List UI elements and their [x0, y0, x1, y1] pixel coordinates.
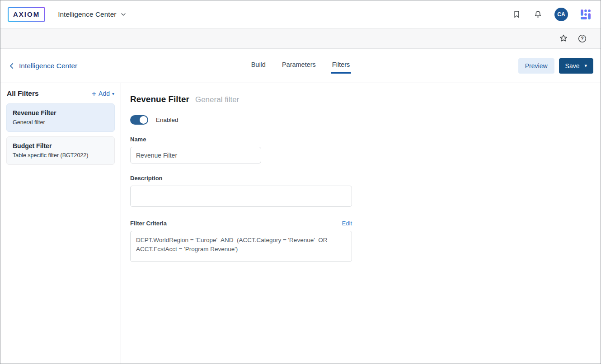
back-link[interactable]: Intelligence Center — [8, 62, 77, 70]
apps-grid-button[interactable] — [580, 9, 592, 20]
enabled-toggle-row: Enabled — [130, 115, 587, 125]
sidebar-header: All Filters + Add ▾ — [6, 89, 115, 98]
user-avatar[interactable]: CA — [554, 8, 568, 21]
tab-filters[interactable]: Filters — [331, 59, 351, 74]
svg-text:?: ? — [581, 36, 583, 41]
notifications-button[interactable] — [533, 9, 543, 19]
header-actions: Preview Save ▾ — [518, 58, 593, 74]
filter-detail-panel: Revenue Filter General filter Enabled Na… — [121, 83, 601, 364]
criteria-header: Filter Criteria Edit — [130, 220, 352, 227]
add-filter-button[interactable]: + Add ▾ — [92, 90, 114, 98]
help-button[interactable]: ? — [578, 34, 587, 43]
topbar-divider — [138, 7, 138, 22]
page-subtitle: General filter — [195, 95, 239, 104]
page-title: Revenue Filter — [130, 94, 189, 104]
utility-bar: ? — [0, 28, 601, 49]
apps-grid-icon — [580, 9, 592, 20]
name-field-group: Name — [130, 136, 587, 163]
list-item-revenue-filter[interactable]: Revenue Filter General filter — [6, 103, 115, 132]
edit-criteria-link[interactable]: Edit — [342, 220, 352, 227]
enabled-label: Enabled — [156, 117, 178, 123]
name-input[interactable] — [130, 147, 261, 163]
tab-build[interactable]: Build — [250, 59, 267, 74]
name-label: Name — [130, 136, 587, 143]
axiom-logo-text: AXIOM — [13, 10, 40, 18]
bookmark-icon — [512, 9, 521, 19]
back-link-label: Intelligence Center — [19, 62, 77, 70]
star-icon — [559, 33, 568, 43]
filter-card-title: Revenue Filter — [13, 109, 108, 117]
caret-down-icon: ▾ — [112, 91, 114, 96]
chevron-down-icon — [120, 11, 127, 18]
help-icon: ? — [578, 34, 587, 43]
filters-sidebar: All Filters + Add ▾ Revenue Filter Gener… — [0, 83, 121, 364]
product-name: Intelligence Center — [58, 10, 116, 19]
enabled-toggle[interactable] — [130, 115, 148, 125]
topbar-actions: CA — [512, 8, 592, 21]
filter-card-subtitle: General filter — [13, 119, 108, 126]
sidebar-title: All Filters — [7, 89, 39, 98]
bell-icon — [533, 9, 543, 19]
page-header: Intelligence Center Build Parameters Fil… — [0, 49, 601, 83]
filter-card-subtitle: Table specific filter (BGT2022) — [13, 152, 108, 159]
tab-bar: Build Parameters Filters — [250, 59, 351, 74]
caret-down-icon: ▾ — [584, 63, 587, 68]
axiom-logo-inner: AXIOM — [9, 8, 44, 21]
tab-parameters[interactable]: Parameters — [281, 59, 317, 74]
description-label: Description — [130, 175, 587, 182]
preview-button[interactable]: Preview — [518, 58, 554, 74]
axiom-logo[interactable]: AXIOM — [8, 7, 45, 22]
plus-icon: + — [92, 90, 96, 98]
app-window: AXIOM Intelligence Center CA — [0, 0, 601, 364]
topbar: AXIOM Intelligence Center CA — [0, 0, 601, 28]
criteria-field-group: Filter Criteria Edit DEPT.WorldRegion = … — [130, 220, 587, 262]
toggle-knob — [140, 116, 147, 124]
description-input[interactable] — [130, 186, 352, 207]
add-filter-label: Add — [99, 90, 110, 97]
criteria-value: DEPT.WorldRegion = 'Europe' AND (ACCT.Ca… — [130, 231, 352, 262]
filter-title-row: Revenue Filter General filter — [130, 94, 587, 104]
criteria-label: Filter Criteria — [130, 220, 167, 227]
favorite-button[interactable] — [559, 33, 568, 43]
save-button-label: Save — [565, 62, 580, 70]
content-area: All Filters + Add ▾ Revenue Filter Gener… — [0, 83, 601, 364]
chevron-left-icon — [8, 62, 16, 70]
save-button[interactable]: Save ▾ — [559, 58, 593, 74]
list-item-budget-filter[interactable]: Budget Filter Table specific filter (BGT… — [6, 136, 115, 165]
description-field-group: Description — [130, 175, 587, 209]
filter-card-title: Budget Filter — [13, 142, 108, 149]
bookmark-button[interactable] — [512, 9, 521, 19]
product-switcher[interactable]: Intelligence Center — [58, 10, 127, 19]
